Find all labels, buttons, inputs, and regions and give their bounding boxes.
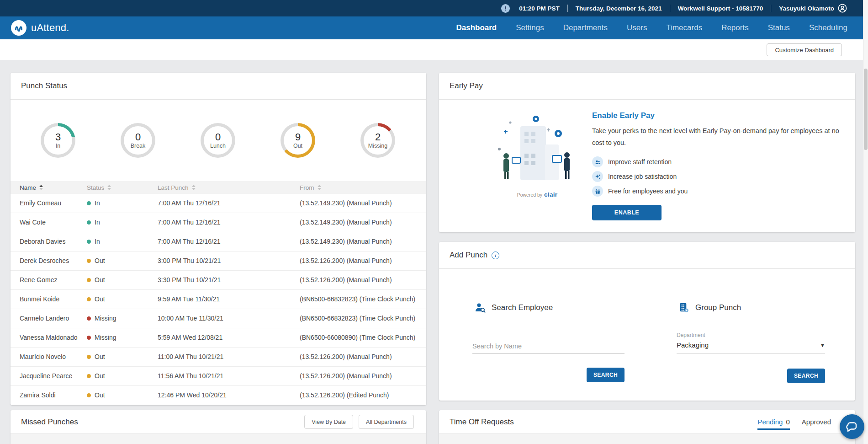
group-punch-search-button[interactable]: SEARCH bbox=[787, 369, 825, 383]
punch-rows: Emily ComeauIn7:00 AM Thu 12/16/21(13.52… bbox=[11, 194, 426, 405]
status-label: Out bbox=[95, 352, 105, 362]
missed-punches-header: Missed Punches View By Date All Departme… bbox=[11, 410, 426, 434]
enable-early-pay-heading: Enable Early Pay bbox=[592, 111, 855, 120]
sort-header-last-punch[interactable]: Last Punch bbox=[158, 184, 300, 191]
stat-value: 9 bbox=[295, 131, 301, 143]
nav-item-reports[interactable]: Reports bbox=[721, 23, 749, 32]
punch-from: (13.52.149.230) (Manual Punch) bbox=[300, 198, 426, 208]
time-off-requests-card: Time Off Requests Pending 0 Approved bbox=[439, 410, 855, 444]
sort-icon bbox=[39, 185, 43, 190]
status-label: Out bbox=[95, 371, 105, 381]
department-value: Packaging bbox=[677, 341, 709, 349]
nav-item-timecards[interactable]: Timecards bbox=[666, 23, 702, 32]
punch-stat-in: 3In bbox=[41, 123, 75, 158]
punch-from: (BN6500-66080890) (Time Clock Punch) bbox=[300, 333, 426, 342]
employee-name: Emily Comeau bbox=[11, 198, 87, 208]
status-dot bbox=[87, 240, 91, 244]
table-row: Bunmei KoideOut9:59 AM Tue 11/30/21(BN65… bbox=[11, 290, 426, 309]
building-icon bbox=[678, 302, 690, 313]
employee-name: Carmelo Landero bbox=[11, 314, 87, 323]
sort-icon bbox=[107, 185, 111, 190]
nav-item-departments[interactable]: Departments bbox=[563, 23, 608, 32]
status-dot bbox=[87, 393, 91, 397]
table-row: Vanessa MaldonadoMissing5:59 AM Wed 12/0… bbox=[11, 328, 426, 348]
clock-time: 01:20 PM PST bbox=[519, 5, 560, 12]
time-off-tabs: Pending 0 Approved bbox=[757, 410, 845, 433]
divider bbox=[670, 5, 670, 12]
alert-icon[interactable]: ! bbox=[501, 4, 510, 13]
card-title: Missed Punches bbox=[21, 417, 78, 427]
last-punch: 7:00 AM Thu 12/16/21 bbox=[158, 237, 300, 246]
clair-logo: clair bbox=[544, 191, 557, 198]
punch-from: (13.52.126.200) (Edited Punch) bbox=[300, 391, 426, 400]
scrollbar-thumb[interactable] bbox=[864, 69, 868, 150]
status-label: Out bbox=[95, 391, 105, 400]
early-pay-bullets: Improve staff retention Increase job sat… bbox=[592, 155, 855, 198]
sort-header-status[interactable]: Status bbox=[87, 184, 158, 191]
department-label: Department bbox=[677, 332, 705, 338]
chat-bubble-icon bbox=[846, 420, 858, 433]
divider bbox=[567, 5, 568, 12]
time-off-header: Time Off Requests Pending 0 Approved bbox=[439, 410, 855, 434]
employee-name: Jacqueline Pearce bbox=[11, 371, 87, 381]
chat-fab-button[interactable] bbox=[840, 414, 864, 439]
punch-from: (13.52.126.200) (Manual Punch) bbox=[300, 275, 426, 285]
uattend-logo-icon bbox=[11, 20, 26, 36]
sparkles-icon bbox=[592, 171, 603, 182]
search-employee-button[interactable]: SEARCH bbox=[587, 368, 625, 382]
stat-label: Missing bbox=[368, 143, 387, 150]
department-select[interactable]: Packaging ▼ bbox=[677, 341, 825, 353]
status-label: In bbox=[95, 237, 100, 246]
status-dot bbox=[87, 278, 91, 282]
sort-header-name[interactable]: Name bbox=[11, 184, 87, 191]
gift-icon bbox=[592, 186, 603, 197]
table-row: Derek DesrochesOut3:00 PM Thu 10/21/21(1… bbox=[11, 251, 426, 271]
add-punch-card: Add Punch i Search Employee SEARCH bbox=[439, 242, 855, 401]
brand-logo[interactable]: uAttend. bbox=[11, 20, 69, 36]
nav-item-dashboard[interactable]: Dashboard bbox=[456, 23, 497, 32]
status-label: In bbox=[95, 218, 100, 227]
table-row: Zamira SoldiOut12:46 PM Wed 10/20/21(13.… bbox=[11, 386, 426, 405]
add-punch-content: Search Employee SEARCH Group Punch Depar… bbox=[439, 269, 855, 400]
info-icon[interactable]: i bbox=[492, 251, 499, 259]
nav-item-users[interactable]: Users bbox=[627, 23, 647, 32]
table-row: Maurício NoveloOut11:00 AM Thu 10/21/21(… bbox=[11, 348, 426, 367]
nav-item-status[interactable]: Status bbox=[768, 23, 790, 32]
last-punch: 7:00 AM Thu 12/16/21 bbox=[158, 198, 300, 208]
current-date: Thursday, December 16, 2021 bbox=[576, 5, 662, 12]
sort-icon bbox=[318, 185, 321, 190]
early-pay-header: Early Pay bbox=[439, 73, 855, 100]
punch-from: (13.52.149.230) (Manual Punch) bbox=[300, 218, 426, 227]
search-employee-input[interactable] bbox=[472, 341, 625, 354]
stat-value: 0 bbox=[215, 131, 221, 143]
tab-pending[interactable]: Pending 0 bbox=[757, 410, 789, 433]
stat-label: Break bbox=[131, 143, 146, 150]
all-departments-button[interactable]: All Departments bbox=[359, 415, 414, 429]
sort-header-from[interactable]: From bbox=[300, 184, 426, 191]
last-punch: 5:59 AM Wed 12/08/21 bbox=[158, 333, 300, 342]
status-dot bbox=[87, 201, 91, 205]
brand-name: uAttend. bbox=[31, 22, 69, 34]
sort-icon bbox=[192, 185, 196, 190]
person-circle-icon bbox=[838, 4, 847, 13]
punch-from: (BN6500-66832823) (Time Clock Punch) bbox=[300, 294, 426, 304]
add-punch-header: Add Punch i bbox=[439, 242, 855, 269]
scrollbar-track[interactable] bbox=[863, 0, 868, 444]
last-punch: 10:00 AM Tue 11/30/21 bbox=[158, 314, 300, 323]
status-dot bbox=[87, 297, 91, 301]
status-dot bbox=[87, 316, 91, 321]
tab-approved[interactable]: Approved bbox=[802, 410, 845, 433]
employee-name: Derek Desroches bbox=[11, 256, 87, 266]
customize-dashboard-button[interactable]: Customize Dashboard bbox=[767, 43, 842, 56]
early-pay-card: Early Pay Powered byclair bbox=[439, 73, 855, 232]
nav-item-scheduling[interactable]: Scheduling bbox=[809, 23, 847, 32]
last-punch: 3:30 PM Thu 10/21/21 bbox=[158, 275, 300, 285]
nav-item-settings[interactable]: Settings bbox=[516, 23, 544, 32]
view-by-date-button[interactable]: View By Date bbox=[304, 415, 353, 429]
enable-button[interactable]: ENABLE bbox=[592, 205, 662, 220]
punch-stat-missing: 2Missing bbox=[360, 123, 395, 158]
active-tab-underline bbox=[757, 428, 789, 430]
user-menu[interactable]: Yasuyuki Okamoto bbox=[779, 4, 847, 13]
user-name: Yasuyuki Okamoto bbox=[779, 5, 834, 12]
bullet-item: Increase job satisfaction bbox=[592, 169, 855, 184]
